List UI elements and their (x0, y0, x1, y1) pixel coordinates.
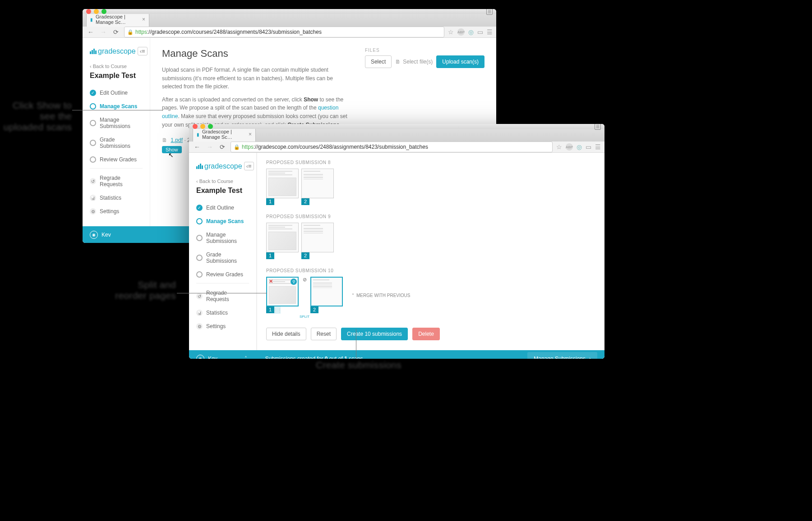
sidebar-item-label: Edit Outline (206, 205, 234, 211)
show-button[interactable]: Show ↖ (162, 146, 182, 153)
delete-button[interactable]: Delete (412, 328, 440, 340)
back-button[interactable]: ← (86, 28, 95, 36)
thumbnail-image[interactable]: ✕⚲ (266, 277, 299, 306)
profile-icon[interactable]: ☰ (486, 9, 493, 15)
profile-icon[interactable]: ☰ (595, 124, 601, 130)
tab-title: Gradescope | Manage Sc… (96, 14, 139, 25)
menu-icon[interactable]: ☰ (595, 143, 601, 151)
user-menu-caret-icon[interactable]: ˄ (245, 356, 247, 359)
minimize-window-icon[interactable] (94, 9, 99, 14)
user-avatar-icon: ◉ (196, 355, 204, 359)
traffic-lights[interactable] (86, 9, 106, 14)
sidebar-item-edit-outline[interactable]: Edit Outline (196, 201, 249, 215)
maximize-window-icon[interactable] (208, 124, 213, 129)
cursor-icon: ↖ (168, 151, 174, 159)
maximize-window-icon[interactable] (102, 9, 106, 14)
logo[interactable]: gradescope (90, 47, 136, 55)
sidebar-item-label: Grade Submissions (100, 137, 143, 149)
footer-user[interactable]: ◉ Kev (90, 231, 111, 239)
sidebar-item-manage-scans[interactable]: Manage Scans (90, 100, 143, 113)
page-thumbnail[interactable]: 2 (301, 223, 334, 259)
sidebar-item-manage-submissions[interactable]: Manage Submissions (196, 228, 249, 248)
page-number-badge: 2 (310, 306, 318, 313)
manage-submissions-button[interactable]: Manage Submissions › (527, 352, 597, 359)
collapse-sidebar-icon[interactable]: ‹≡ (244, 162, 254, 170)
back-to-course-link[interactable]: ‹ Back to Course (196, 178, 249, 184)
drag-handle-icon[interactable]: ⋮⋮ (274, 306, 281, 314)
ext-icon[interactable]: ◎ (468, 28, 474, 36)
submission-header: PROPOSED SUBMISSION 8 (266, 160, 595, 165)
thumbnail-image[interactable] (301, 223, 334, 252)
remove-page-icon[interactable]: ✕ (268, 279, 273, 284)
upload-button[interactable]: Upload scan(s) (436, 55, 484, 68)
window-titlebar: ☰ (83, 9, 496, 14)
split-handle-icon[interactable]: ⊘ (303, 277, 307, 283)
scan-filename-link[interactable]: 1.pdf (171, 137, 183, 143)
url-input[interactable]: 🔒 https://gradescope.com/courses/2488/as… (124, 27, 444, 37)
abp-icon[interactable]: ABP (457, 28, 465, 36)
sidebar-item-edit-outline[interactable]: Edit Outline (90, 86, 143, 100)
url-rest: ://gradescope.com/courses/2488/assignmen… (147, 29, 322, 35)
page-thumbnail[interactable]: 2 (301, 169, 334, 205)
back-to-course-link[interactable]: ‹ Back to Course (90, 64, 143, 69)
annotation-line (356, 329, 356, 358)
sidebar-item-label: Grade Submissions (206, 251, 249, 264)
sidebar: gradescope ‹≡ ‹ Back to Course Example T… (83, 38, 150, 243)
collapse-sidebar-icon[interactable]: ‹≡ (138, 47, 148, 55)
tab-bar: ▮ Gradescope | Manage Sc… × (83, 14, 496, 27)
close-window-icon[interactable] (193, 124, 198, 129)
sidebar-item-statistics[interactable]: Statistics (90, 191, 143, 205)
hide-details-button[interactable]: Hide details (266, 328, 306, 340)
abp-icon[interactable]: ABP (566, 143, 573, 151)
close-tab-icon[interactable]: × (249, 131, 252, 137)
menu-icon[interactable]: ☰ (487, 28, 493, 36)
sidebar-item-settings[interactable]: Settings (90, 205, 143, 218)
page-thumbnail[interactable]: 1 (266, 169, 299, 205)
traffic-lights[interactable] (193, 124, 213, 129)
create-submissions-button[interactable]: Create 10 submissions (341, 328, 408, 340)
sidebar-item-statistics[interactable]: Statistics (196, 306, 249, 320)
sidebar-item-review-grades[interactable]: Review Grades (196, 268, 249, 283)
sidebar-item-grade-submissions[interactable]: Grade Submissions (90, 133, 143, 153)
sidebar-item-settings[interactable]: Settings (196, 320, 249, 333)
star-icon[interactable]: ☆ (556, 143, 562, 151)
url-rest: ://gradescope.com/courses/2488/assignmen… (254, 144, 428, 150)
regrade-icon (196, 293, 203, 299)
sidebar-item-review-grades[interactable]: Review Grades (90, 153, 143, 169)
file-icon: 🗎 (395, 59, 401, 65)
sidebar-item-manage-submissions[interactable]: Manage Submissions (90, 113, 143, 133)
footer-user[interactable]: ◉ Kev (196, 355, 217, 359)
split-label: SPLIT (300, 315, 306, 319)
merge-with-previous-link[interactable]: ˄ MERGE WITH PREVIOUS (352, 293, 410, 298)
reload-button[interactable]: ⟳ (111, 28, 120, 36)
thumbnail-image[interactable] (310, 277, 343, 306)
select-button[interactable]: Select (365, 55, 392, 68)
thumbnail-image[interactable] (266, 223, 299, 252)
cast-icon[interactable]: ▭ (586, 143, 591, 151)
close-tab-icon[interactable]: × (142, 16, 145, 23)
sidebar-item-regrade-requests[interactable]: Regrade Requests (196, 286, 249, 306)
page-thumbnail[interactable]: 1 (266, 223, 299, 259)
star-icon[interactable]: ☆ (448, 28, 454, 36)
url-input[interactable]: 🔒 https://gradescope.com/courses/2488/as… (231, 142, 553, 152)
thumbnail-image[interactable] (266, 169, 299, 198)
cast-icon[interactable]: ▭ (477, 28, 483, 36)
reload-button[interactable]: ⟳ (218, 143, 227, 151)
submission-group: PROPOSED SUBMISSION 812 (266, 160, 595, 205)
forward-button: → (99, 28, 108, 36)
page-thumbnail[interactable]: 2 (310, 277, 343, 313)
sidebar-item-label: Manage Submissions (206, 232, 249, 244)
page-thumbnail[interactable]: ✕⚲1⋮⋮ (266, 277, 299, 314)
close-window-icon[interactable] (86, 9, 91, 14)
minimize-window-icon[interactable] (200, 124, 205, 129)
sidebar-item-regrade-requests[interactable]: Regrade Requests (90, 171, 143, 191)
sidebar-item-manage-scans[interactable]: Manage Scans (196, 215, 249, 228)
zoom-icon[interactable]: ⚲ (291, 279, 297, 285)
sidebar-item-grade-submissions[interactable]: Grade Submissions (196, 248, 249, 268)
ext-icon[interactable]: ◎ (577, 143, 582, 151)
back-button[interactable]: ← (193, 143, 202, 151)
logo[interactable]: gradescope (196, 162, 242, 170)
reset-button[interactable]: Reset (311, 328, 337, 340)
logo-text: gradescope (204, 162, 242, 170)
thumbnail-image[interactable] (301, 169, 334, 198)
